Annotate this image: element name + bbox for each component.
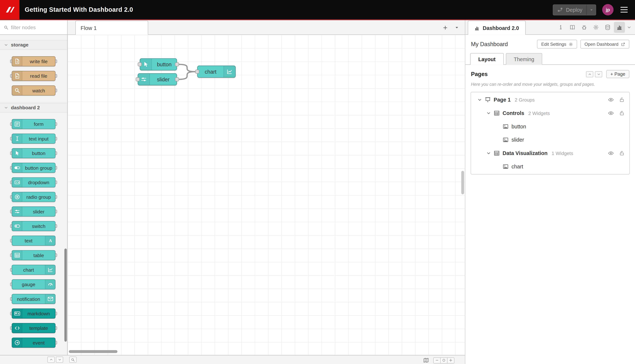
search-flows-button[interactable] [69,357,77,363]
node-icon-area [140,59,152,70]
tree-row-slider[interactable]: slider [471,133,629,146]
palette-search[interactable] [0,20,67,35]
text-cursor-icon [14,136,20,142]
palette-node-button-group[interactable]: button group [12,163,56,173]
palette-scrollbar[interactable] [64,248,67,342]
zoom-out-button[interactable] [433,357,441,363]
workspace: Flow 1 buttonsliderchart [68,20,465,355]
tree-row-page-1[interactable]: Page 12 Groups [471,93,629,106]
canvas-vertical-scrollbar[interactable] [461,171,464,194]
dashboard-name: My Dashboard [471,41,508,48]
palette-node-text-input[interactable]: text input [12,134,56,144]
palette-node-slider[interactable]: slider [12,206,56,216]
flow-node-chart[interactable]: chart [197,66,236,78]
palette-node-watch[interactable]: watch [12,86,56,96]
node-icon-area [12,148,22,158]
palette-search-input[interactable] [11,24,64,30]
sidebar-tab-bug[interactable] [579,22,590,33]
palette-node-read-file[interactable]: read file [12,71,56,81]
image-icon [502,137,509,143]
visibility-toggle[interactable] [608,150,614,156]
palette-node-chart[interactable]: chart [12,265,56,275]
node-port-in[interactable] [195,70,199,74]
zoom-reset-button[interactable] [440,357,448,363]
deploy-options-caret[interactable] [587,4,596,15]
zoom-in-button[interactable] [447,357,454,363]
node-icon-area [12,57,22,66]
palette-node-write-file[interactable]: write file [12,56,56,66]
palette-node-switch[interactable]: switch [12,221,56,231]
palette-node-template[interactable]: template [12,323,56,333]
flow-canvas[interactable]: buttonsliderchart [68,35,465,355]
palette-node-gauge[interactable]: gauge [12,279,56,290]
open-dashboard-button[interactable]: Open Dashboard [580,40,629,48]
tree-item-label: chart [511,164,523,170]
palette-node-event[interactable]: event [12,338,56,348]
node-port-out[interactable] [175,62,179,66]
palette-node-table[interactable]: table [12,250,56,260]
tree-row-controls[interactable]: Controls2 Widgets [471,106,629,120]
palette-node-dropdown[interactable]: dropdown [12,177,56,187]
node-port-out[interactable] [175,77,179,81]
tab-theming[interactable]: Theming [506,53,542,65]
flow-list-button[interactable] [454,24,460,31]
palette-node-markdown[interactable]: markdown [12,308,56,319]
chevron-down-icon [597,72,600,76]
node-port-in[interactable] [136,77,140,81]
palette-node-button[interactable]: button [12,148,56,158]
layers-icon [605,24,611,30]
avatar[interactable]: jp [602,4,613,16]
sidebar-tab-bar-chart[interactable] [614,22,625,33]
category-header-dashboard-2[interactable]: dashboard 2 [0,103,67,112]
category-label: dashboard 2 [11,105,40,110]
visibility-toggle[interactable] [608,110,614,116]
collapse-pages-button[interactable] [586,71,593,77]
canvas-horizontal-scrollbar[interactable] [69,350,117,353]
expand-pages-button[interactable] [595,71,602,77]
tree-row-data-visualization[interactable]: Data Visualization1 Widgets [471,146,629,160]
tab-dashboard-2[interactable]: Dashboard 2.0 [468,20,525,35]
add-page-button[interactable]: + Page [606,70,629,78]
expand-all-categories-button[interactable] [56,357,63,363]
flow-node-label: button [152,59,177,70]
node-icon-area [12,222,22,231]
palette-node-text[interactable]: textA [12,236,56,246]
category-header-storage[interactable]: storage [0,40,67,50]
sidebar-tab-layers[interactable] [602,22,613,33]
tree-item-label: button [511,124,526,130]
lock-toggle[interactable] [619,110,624,116]
collapse-all-categories-button[interactable] [48,357,55,363]
deploy-button[interactable]: Deploy [553,4,596,15]
plus-icon [449,358,453,362]
flow-map-button[interactable] [422,357,430,364]
tab-layout[interactable]: Layout [470,53,504,65]
chevron-down-icon[interactable] [486,151,491,155]
flow-node-button[interactable]: button [140,58,177,70]
node-red-logo[interactable] [0,0,20,20]
image-icon [502,164,509,170]
node-icon-area [12,71,22,80]
chevron-down-icon[interactable] [486,111,491,115]
palette-node-notification[interactable]: notification [12,294,56,304]
sidebar-tab-book[interactable] [567,22,578,33]
tab-flow-1[interactable]: Flow 1 [75,20,148,35]
wire-slider-to-chart[interactable] [179,72,196,79]
wire-button-to-chart[interactable] [179,64,196,72]
tree-row-button[interactable]: button [471,120,629,133]
sidebar-tabs-caret[interactable] [625,22,633,33]
flow-node-slider[interactable]: slider [138,73,177,86]
sidebar-tab-info[interactable] [555,22,566,33]
palette-node-radio-group[interactable]: radio group [12,192,56,202]
menu-icon[interactable] [619,5,628,14]
chevron-down-icon[interactable] [477,98,482,102]
sidebar-tab-gear[interactable] [590,22,601,33]
tree-row-chart[interactable]: chart [471,160,629,173]
edit-settings-button[interactable]: Edit Settings [537,40,577,48]
palette-node-form[interactable]: form [12,119,56,129]
node-port-in[interactable] [138,62,142,66]
tree-item-meta: 2 Groups [515,97,535,103]
lock-toggle[interactable] [619,97,624,102]
add-flow-button[interactable] [442,24,449,31]
lock-toggle[interactable] [619,150,624,156]
visibility-toggle[interactable] [608,97,614,103]
